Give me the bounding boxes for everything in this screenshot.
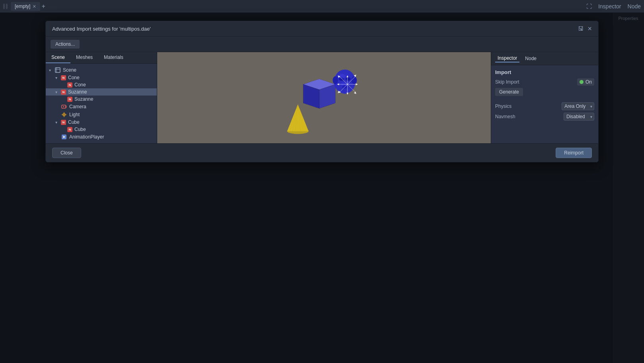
scene-tree: ▾ Scene — [46, 64, 157, 143]
top-bar-right: ⛶ Inspector Node — [586, 3, 641, 10]
scene-svg — [157, 52, 491, 143]
mesh-icon-cone-group: N — [61, 75, 66, 80]
main-layout: Properties Advanced Import settings for … — [0, 13, 644, 363]
tab-close-button[interactable]: × — [33, 4, 36, 9]
add-tab-button[interactable]: + — [42, 3, 45, 10]
inspector-tab-inspector[interactable]: Inspector — [495, 55, 519, 62]
modal-close-button[interactable]: × — [587, 25, 592, 32]
navmesh-label: Navmesh — [495, 114, 564, 119]
reimport-button[interactable]: Reimport — [556, 148, 592, 158]
modal-header: Advanced Import settings for 'multipos.d… — [46, 21, 598, 37]
skip-import-toggle[interactable]: On — [577, 78, 594, 86]
svg-point-30 — [346, 77, 351, 81]
modal-body: Scene Meshes Materials ▾ — [46, 52, 598, 143]
skip-import-label: Skip Import — [495, 79, 577, 85]
tree-label-cube-group: Cube — [68, 119, 80, 125]
tab-materials[interactable]: Materials — [98, 52, 129, 63]
properties-panel: Inspector Node Import Skip Import On — [491, 52, 598, 143]
camera-icon — [61, 103, 67, 110]
tree-item-cone-child[interactable]: N Cone — [46, 81, 157, 88]
tree-item-light[interactable]: Light — [46, 111, 157, 119]
inspector-tab-node[interactable]: Node — [523, 55, 539, 62]
svg-point-50 — [347, 84, 348, 85]
expand-arrow-scene: ▾ — [49, 68, 55, 72]
close-button[interactable]: Close — [52, 148, 81, 158]
import-section: Import Skip Import On — [491, 65, 598, 127]
tree-item-suzanne[interactable]: ▾ N Suzanne — [46, 88, 157, 96]
anim-icon — [61, 134, 67, 140]
modal-title: Advanced Import settings for 'multipos.d… — [52, 26, 151, 32]
tree-label-camera: Camera — [69, 104, 86, 109]
svg-point-7 — [64, 114, 65, 115]
physics-dropdown[interactable]: Area Only Static Dynamic — [562, 102, 594, 110]
tree-label-suzanne-child: Suzanne — [74, 96, 93, 102]
generate-button[interactable]: Generate — [495, 88, 523, 96]
mesh-icon-suzanne-child: N — [67, 97, 72, 102]
viewport[interactable] — [157, 52, 491, 143]
editor-tab[interactable]: [empty] × — [11, 2, 40, 11]
expand-arrow-suzanne: ▾ — [55, 90, 61, 94]
expand-arrow-cone: ▾ — [55, 76, 61, 80]
import-settings-modal: Advanced Import settings for 'multipos.d… — [45, 21, 599, 162]
tree-item-suzanne-child[interactable]: N Suzanne — [46, 96, 157, 103]
physics-label: Physics — [495, 103, 562, 109]
node-label: Node — [628, 3, 641, 10]
tree-item-scene[interactable]: ▾ Scene — [46, 66, 157, 74]
tree-item-cube-child[interactable]: N Cube — [46, 126, 157, 133]
tree-item-cone-group[interactable]: ▾ N Cone — [46, 74, 157, 81]
physics-row: Physics Area Only Static Dynamic — [495, 102, 594, 110]
light-icon — [61, 111, 67, 118]
inspector-label: Inspector — [598, 3, 621, 10]
skip-import-row: Skip Import On — [495, 78, 594, 86]
tree-label-cone-child: Cone — [74, 82, 86, 88]
tree-label-cone-group: Cone — [68, 75, 80, 80]
svg-point-27 — [333, 76, 338, 84]
svg-marker-4 — [66, 105, 66, 108]
expand-button[interactable]: ⛶ — [586, 3, 592, 10]
drag-handle — [3, 4, 8, 9]
tree-label-light: Light — [69, 112, 80, 117]
mesh-icon-suzanne: N — [61, 90, 66, 95]
scene-icon — [55, 67, 61, 73]
mesh-icon-cube-group: N — [61, 120, 66, 125]
tree-label-anim-player: AnimationPlayer — [69, 134, 104, 140]
navmesh-dropdown-wrapper: Disabled Mesh Walkable — [564, 113, 594, 121]
skip-import-value: On — [585, 79, 592, 85]
tab-label: [empty] — [15, 4, 30, 9]
toggle-dot — [580, 80, 584, 84]
tab-scene[interactable]: Scene — [46, 52, 70, 63]
save-icon[interactable]: 🖫 — [578, 25, 584, 32]
scene-tabs-row: Scene Meshes Materials — [46, 52, 157, 64]
top-bar: [empty] × + ⛶ Inspector Node — [0, 0, 644, 13]
tree-label-suzanne: Suzanne — [68, 89, 87, 95]
actions-button[interactable]: Actions... — [51, 40, 80, 49]
modal-overlay: Advanced Import settings for 'multipos.d… — [0, 13, 644, 363]
navmesh-dropdown[interactable]: Disabled Mesh Walkable — [564, 113, 594, 121]
navmesh-row: Navmesh Disabled Mesh Walkable — [495, 113, 594, 121]
scene-tree-panel: Scene Meshes Materials ▾ — [46, 52, 157, 143]
tree-item-cube-group[interactable]: ▾ N Cube — [46, 119, 157, 126]
expand-arrow-cube: ▾ — [55, 120, 61, 125]
tab-meshes[interactable]: Meshes — [70, 52, 98, 63]
svg-point-5 — [63, 106, 64, 107]
tree-item-anim-player[interactable]: AnimationPlayer — [46, 133, 157, 141]
svg-rect-0 — [55, 68, 60, 72]
physics-dropdown-wrapper: Area Only Static Dynamic — [562, 102, 594, 110]
tree-label-cube-child: Cube — [74, 127, 86, 132]
inspector-header: Inspector Node — [491, 52, 598, 65]
modal-footer: Close Reimport — [46, 143, 598, 162]
import-section-title: Import — [495, 69, 594, 75]
mesh-icon-cone-child: N — [67, 82, 72, 88]
mesh-icon-cube-child: N — [67, 127, 72, 132]
tree-label-scene: Scene — [63, 67, 76, 73]
tree-item-camera[interactable]: Camera — [46, 103, 157, 111]
actions-bar: Actions... — [46, 37, 598, 52]
